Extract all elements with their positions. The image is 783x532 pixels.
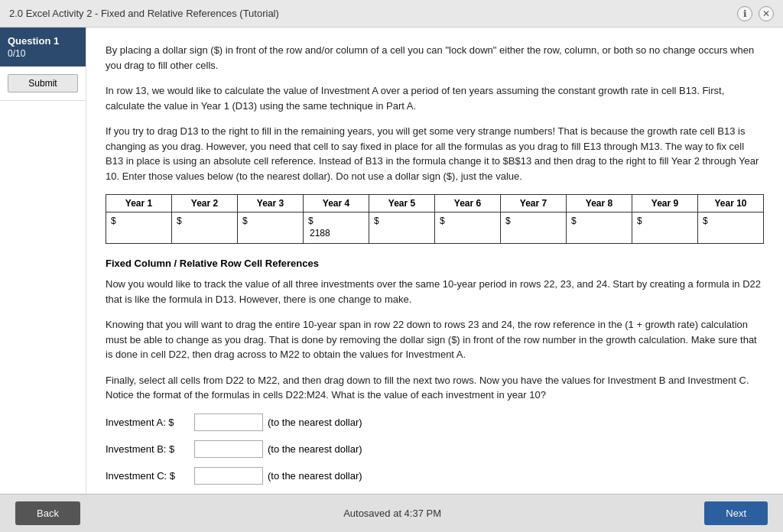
dollar-2: $ xyxy=(177,216,182,226)
close-icon[interactable]: ✕ xyxy=(759,6,774,21)
cell-year3: $ xyxy=(238,212,304,244)
dollar-10: $ xyxy=(703,216,708,226)
investment-c-row: Investment C: $ (to the nearest dollar) xyxy=(106,467,764,485)
input-year4[interactable] xyxy=(308,226,362,240)
investment-b-label: Investment B: $ xyxy=(106,443,190,455)
cell-year4: $ xyxy=(304,212,369,244)
input-year6[interactable] xyxy=(440,226,493,240)
content-area: By placing a dollar sign ($) in front of… xyxy=(86,28,783,494)
col-year8: Year 8 xyxy=(567,195,632,212)
question-label: Question 1 xyxy=(8,35,78,47)
section-title: Fixed Column / Relative Row Cell Referen… xyxy=(106,258,764,269)
back-button[interactable]: Back xyxy=(15,501,80,525)
col-year6: Year 6 xyxy=(435,195,501,212)
investment-a-row: Investment A: $ (to the nearest dollar) xyxy=(106,414,764,431)
year-table-container: Year 1 Year 2 Year 3 Year 4 Year 5 Year … xyxy=(106,194,764,244)
paragraph-1: By placing a dollar sign ($) in front of… xyxy=(106,43,764,73)
sidebar-submit-area: Submit xyxy=(0,66,86,101)
submit-button[interactable]: Submit xyxy=(8,74,78,92)
paragraph-6: Finally, select all cells from D22 to M2… xyxy=(106,373,764,403)
col-year9: Year 9 xyxy=(632,195,698,212)
input-year10[interactable] xyxy=(703,226,756,240)
dollar-7: $ xyxy=(505,216,511,226)
check-answers-button[interactable]: Check Answers xyxy=(106,494,217,495)
investment-a-input[interactable] xyxy=(194,414,263,431)
investment-b-input[interactable] xyxy=(194,440,263,458)
investment-a-label: Investment A: $ xyxy=(106,417,190,428)
investment-c-note: (to the nearest dollar) xyxy=(268,470,362,482)
paragraph-4: Now you would like to track the value of… xyxy=(106,277,764,307)
cell-year6: $ xyxy=(435,212,501,244)
investment-b-row: Investment B: $ (to the nearest dollar) xyxy=(106,440,764,458)
main-layout: Question 1 0/10 Submit By placing a doll… xyxy=(0,28,783,494)
year-table: Year 1 Year 2 Year 3 Year 4 Year 5 Year … xyxy=(106,194,764,244)
window-title: 2.0 Excel Activity 2 - Fixed and Relativ… xyxy=(9,8,279,19)
dollar-5: $ xyxy=(374,216,379,226)
cell-year8: $ xyxy=(567,212,632,244)
dollar-1: $ xyxy=(111,216,116,226)
cell-year2: $ xyxy=(172,212,238,244)
col-year3: Year 3 xyxy=(238,195,304,212)
info-icon[interactable]: ℹ xyxy=(737,6,752,21)
cell-year5: $ xyxy=(369,212,435,244)
cell-year9: $ xyxy=(632,212,698,244)
cell-year1: $ xyxy=(106,212,172,244)
input-year9[interactable] xyxy=(637,226,690,240)
input-year5[interactable] xyxy=(374,226,427,240)
col-year2: Year 2 xyxy=(172,195,238,212)
col-year5: Year 5 xyxy=(369,195,435,212)
col-year10: Year 10 xyxy=(698,195,764,212)
sidebar-question-block: Question 1 0/10 xyxy=(0,28,86,66)
paragraph-2: In row 13, we would like to calculate th… xyxy=(106,83,764,113)
input-year1[interactable] xyxy=(111,226,164,240)
col-year7: Year 7 xyxy=(501,195,567,212)
cell-year7: $ xyxy=(501,212,567,244)
autosave-text: Autosaved at 4:37 PM xyxy=(343,508,441,519)
investment-b-note: (to the nearest dollar) xyxy=(268,443,362,455)
cell-year10: $ xyxy=(698,212,764,244)
input-year3[interactable] xyxy=(242,226,296,240)
dollar-3: $ xyxy=(242,216,248,226)
input-year7[interactable] xyxy=(505,226,559,240)
sidebar: Question 1 0/10 Submit xyxy=(0,28,86,494)
bottom-bar: Back Autosaved at 4:37 PM Next xyxy=(0,494,783,532)
dollar-9: $ xyxy=(637,216,642,226)
dollar-6: $ xyxy=(440,216,445,226)
input-year8[interactable] xyxy=(571,226,625,240)
question-score: 0/10 xyxy=(8,48,78,59)
col-year1: Year 1 xyxy=(106,195,172,212)
paragraph-5: Knowing that you will want to drag the e… xyxy=(106,317,764,362)
paragraph-3: If you try to drag D13 to the right to f… xyxy=(106,124,764,183)
action-buttons-row: Check Answers Show Answer xyxy=(106,494,764,495)
title-bar: 2.0 Excel Activity 2 - Fixed and Relativ… xyxy=(0,0,783,28)
next-button[interactable]: Next xyxy=(704,501,768,525)
input-year2[interactable] xyxy=(177,226,230,240)
investment-c-input[interactable] xyxy=(194,467,263,485)
show-answer-button[interactable]: Show Answer xyxy=(226,494,330,495)
col-year4: Year 4 xyxy=(304,195,369,212)
investment-c-label: Investment C: $ xyxy=(106,470,190,482)
dollar-4: $ xyxy=(308,216,314,226)
investment-a-note: (to the nearest dollar) xyxy=(268,417,362,428)
title-bar-icons: ℹ ✕ xyxy=(737,6,774,21)
dollar-8: $ xyxy=(571,216,577,226)
